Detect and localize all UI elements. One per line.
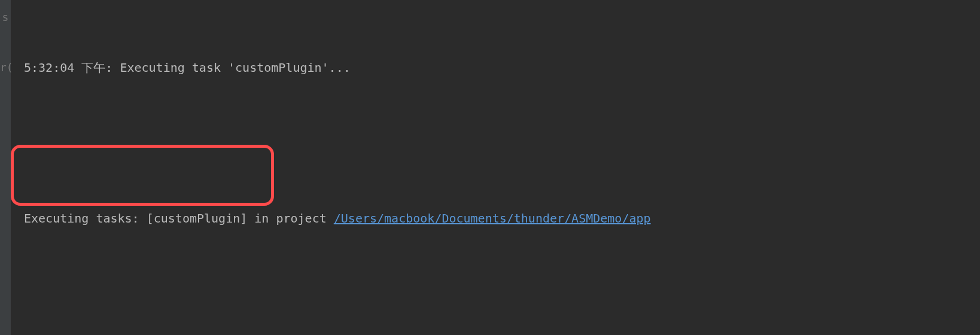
gutter: s r( [0, 0, 11, 335]
gutter-char: r( [0, 55, 11, 80]
project-path-link[interactable]: /Users/macbook/Documents/thunder/ASMDemo… [334, 211, 651, 226]
console-line [24, 281, 980, 306]
console-line: 5:32:04 下午: Executing task 'customPlugin… [24, 55, 980, 80]
build-console: 5:32:04 下午: Executing task 'customPlugin… [24, 5, 980, 335]
console-text: Executing tasks: [customPlugin] in proje… [24, 211, 334, 226]
gutter-char: s [0, 5, 11, 30]
console-line: Executing tasks: [customPlugin] in proje… [24, 206, 980, 231]
console-line [24, 130, 980, 156]
